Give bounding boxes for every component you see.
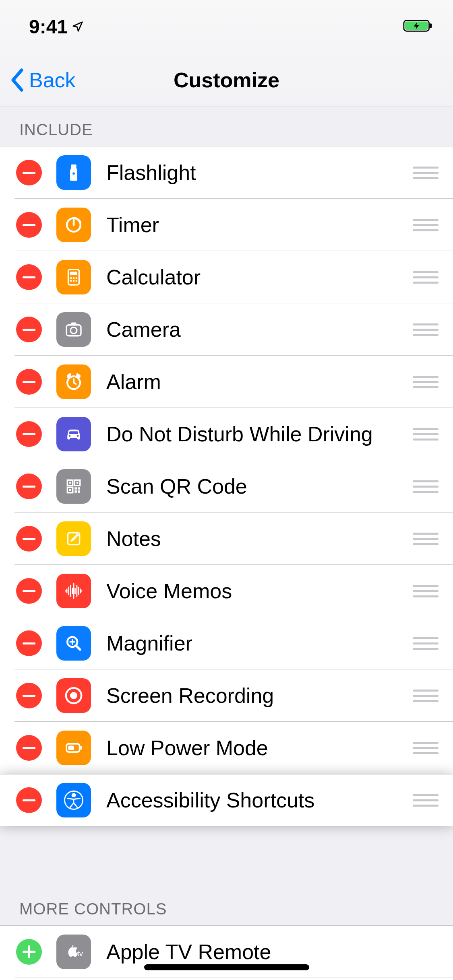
- battery-charging-icon: [403, 18, 434, 34]
- item-label: Alarm: [106, 370, 413, 394]
- list-item[interactable]: Magnifier: [0, 617, 453, 669]
- section-header-more: More Controls: [0, 886, 453, 925]
- item-label: Magnifier: [106, 631, 413, 655]
- drag-handle[interactable]: [413, 794, 439, 807]
- drag-handle[interactable]: [413, 637, 439, 650]
- list-item[interactable]: Screen Recording: [0, 669, 453, 722]
- drag-handle[interactable]: [413, 323, 439, 336]
- item-label: Apple TV Remote: [106, 940, 439, 964]
- svg-point-4: [72, 794, 75, 797]
- drag-handle[interactable]: [413, 690, 439, 702]
- drag-handle[interactable]: [413, 480, 439, 493]
- more-list: Apple TV Remote Guided Access: [0, 925, 453, 980]
- drag-handle[interactable]: [413, 376, 439, 388]
- item-label: Calculator: [106, 265, 413, 289]
- remove-button[interactable]: [16, 369, 42, 395]
- drag-handle[interactable]: [413, 428, 439, 441]
- remove-button[interactable]: [16, 526, 42, 552]
- car-icon: [56, 417, 91, 451]
- item-label: Do Not Disturb While Driving: [106, 422, 413, 446]
- remove-button[interactable]: [16, 421, 42, 447]
- list-item[interactable]: Camera: [0, 303, 453, 356]
- remove-button[interactable]: [16, 787, 42, 813]
- item-label: Voice Memos: [106, 579, 413, 603]
- list-item[interactable]: Voice Memos: [0, 565, 453, 617]
- back-button[interactable]: Back: [10, 68, 76, 92]
- item-label: Notes: [106, 527, 413, 551]
- qr-icon: [56, 469, 91, 504]
- remove-button[interactable]: [16, 630, 42, 656]
- calculator-icon: [56, 260, 91, 294]
- voicememos-icon: [56, 574, 91, 608]
- magnifier-icon: [56, 626, 91, 661]
- drag-handle[interactable]: [413, 271, 439, 284]
- list-item[interactable]: Do Not Disturb While Driving: [0, 408, 453, 460]
- lowpower-icon: [56, 731, 91, 765]
- add-button[interactable]: [16, 939, 42, 965]
- remove-button[interactable]: [16, 264, 42, 290]
- include-list: Flashlight Timer Calculator Camera: [0, 146, 453, 774]
- section-header-include: Include: [0, 107, 453, 146]
- accessibility-icon: [56, 783, 91, 817]
- status-time: 9:41: [29, 16, 68, 38]
- drag-handle[interactable]: [413, 533, 439, 545]
- chevron-left-icon: [10, 68, 25, 92]
- list-item[interactable]: Calculator: [0, 251, 453, 303]
- timer-icon: [56, 208, 91, 242]
- home-indicator[interactable]: [144, 964, 309, 970]
- nav-bar: Back Customize: [0, 53, 453, 107]
- list-item[interactable]: Low Power Mode: [0, 722, 453, 774]
- drag-handle[interactable]: [413, 742, 439, 754]
- remove-button[interactable]: [16, 735, 42, 761]
- item-label: Flashlight: [106, 161, 413, 185]
- item-label: Screen Recording: [106, 684, 413, 708]
- flashlight-icon: [56, 155, 91, 190]
- drag-gap: [0, 826, 453, 886]
- list-item[interactable]: Guided Access: [0, 978, 453, 980]
- item-label: Low Power Mode: [106, 736, 413, 760]
- remove-button[interactable]: [16, 160, 42, 185]
- remove-button[interactable]: [16, 474, 42, 499]
- remove-button[interactable]: [16, 212, 42, 238]
- status-bar: 9:41: [0, 0, 453, 53]
- drag-handle[interactable]: [413, 167, 439, 179]
- item-label: Scan QR Code: [106, 474, 413, 498]
- page-title: Customize: [174, 68, 279, 92]
- list-item[interactable]: Alarm: [0, 356, 453, 408]
- svg-rect-1: [430, 23, 432, 28]
- item-label: Camera: [106, 317, 413, 342]
- list-item[interactable]: Flashlight: [0, 146, 453, 199]
- list-item[interactable]: Timer: [0, 199, 453, 251]
- notes-icon: [56, 521, 91, 556]
- list-item[interactable]: Notes: [0, 513, 453, 565]
- item-label: Accessibility Shortcuts: [106, 788, 413, 812]
- back-label: Back: [29, 68, 76, 92]
- remove-button[interactable]: [16, 317, 42, 342]
- drag-handle[interactable]: [413, 585, 439, 597]
- location-icon: [72, 21, 84, 33]
- remove-button[interactable]: [16, 683, 42, 708]
- alarm-icon: [56, 364, 91, 399]
- list-item-floating[interactable]: Accessibility Shortcuts: [0, 774, 453, 826]
- camera-icon: [56, 312, 91, 347]
- record-icon: [56, 678, 91, 713]
- appletv-icon: [56, 935, 91, 969]
- item-label: Timer: [106, 213, 413, 237]
- remove-button[interactable]: [16, 578, 42, 604]
- list-item[interactable]: Scan QR Code: [0, 460, 453, 513]
- drag-handle[interactable]: [413, 219, 439, 231]
